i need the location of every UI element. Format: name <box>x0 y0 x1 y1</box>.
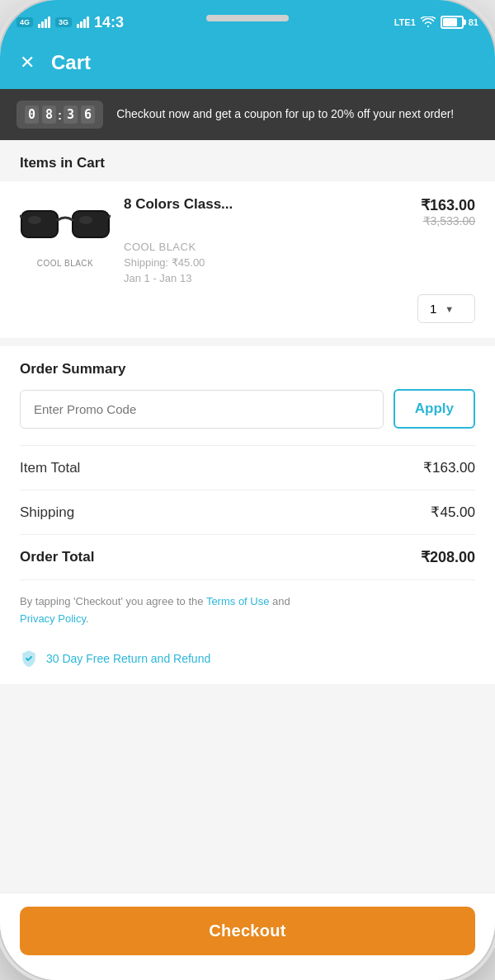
terms-and: and <box>269 595 290 607</box>
cart-section-label: Items in Cart <box>0 140 495 181</box>
status-bar: 4G 3G 14:3 LTE1 <box>0 0 495 41</box>
return-policy-row: 30 Day Free Return and Refund <box>0 641 495 684</box>
price-original: ₹3,533.00 <box>423 214 476 227</box>
order-total-row: Order Total ₹208.00 <box>0 535 495 579</box>
timer-hour: 0 <box>25 106 39 124</box>
timer-min-1: 8 <box>42 106 56 124</box>
battery-pct: 81 <box>469 17 478 27</box>
price-row: ₹163.00 ₹3,533.00 <box>421 196 475 227</box>
timer-min-2: 3 <box>64 106 78 124</box>
svg-point-4 <box>28 216 41 224</box>
svg-point-5 <box>79 216 92 224</box>
cart-item: COOL BLACK 8 Colors Class... ₹163.00 ₹3,… <box>0 181 495 338</box>
main-content: Items in Cart <box>0 140 495 893</box>
signal-bars-4g <box>38 16 50 28</box>
status-left: 4G 3G 14:3 <box>16 14 124 31</box>
page-title: Cart <box>51 51 91 74</box>
shield-icon <box>20 649 38 668</box>
signal-bars-3g <box>77 16 89 28</box>
terms-prefix: By tapping 'Checkout' you agree to the <box>20 595 206 607</box>
status-right: LTE1 81 <box>394 16 478 29</box>
product-info: 8 Colors Class... ₹163.00 ₹3,533.00 COOL… <box>124 196 475 323</box>
promo-banner: 0 8 : 3 6 Checkout now and get a coupon … <box>0 89 495 140</box>
lte-label: LTE1 <box>394 17 416 27</box>
product-color-label: COOL BLACK <box>37 259 94 268</box>
timer-sec: 6 <box>81 106 95 124</box>
quantity-selector: 1 ▼ <box>124 294 475 323</box>
promo-code-row: Apply <box>0 389 495 445</box>
shipping-row: Shipping ₹45.00 <box>0 490 495 534</box>
product-image <box>20 196 111 254</box>
product-image-container: COOL BLACK <box>20 196 111 268</box>
spacer <box>0 684 495 893</box>
wifi-icon <box>421 16 436 28</box>
product-variant: COOL BLACK <box>124 241 475 253</box>
signal-bar-3 <box>83 19 86 28</box>
item-total-row: Item Total ₹163.00 <box>0 446 495 490</box>
item-total-label: Item Total <box>20 460 80 476</box>
svg-rect-1 <box>73 211 109 237</box>
terms-of-use-link[interactable]: Terms of Use <box>206 595 270 607</box>
dropdown-arrow-icon: ▼ <box>445 304 454 314</box>
shipping-label: Shipping <box>20 504 74 521</box>
battery-icon <box>441 16 464 29</box>
terms-section: By tapping 'Checkout' you agree to the T… <box>0 580 495 641</box>
privacy-policy-link[interactable]: Privacy Policy <box>20 612 86 625</box>
app-header: ✕ Cart <box>0 41 495 89</box>
promo-message: Checkout now and get a coupon for up to … <box>116 106 478 123</box>
shipping-value: ₹45.00 <box>431 504 475 521</box>
product-shipping: Shipping: ₹45.00 <box>124 256 475 269</box>
signal-bar-2 <box>80 21 82 28</box>
sunglasses-image <box>20 199 111 252</box>
terms-period: . <box>86 612 89 625</box>
phone-frame: 4G 3G 14:3 LTE1 <box>0 0 495 980</box>
apply-button[interactable]: Apply <box>394 389 475 429</box>
signal-bar-4 <box>48 16 50 28</box>
signal-bar-4 <box>87 16 89 28</box>
item-total-value: ₹163.00 <box>423 459 475 476</box>
checkout-bar: Checkout <box>0 893 495 980</box>
signal-bar-2 <box>41 21 44 28</box>
timer-sep-2: : <box>58 108 62 122</box>
battery-fill <box>443 18 458 26</box>
return-policy-text: 30 Day Free Return and Refund <box>46 652 210 665</box>
svg-rect-0 <box>21 211 58 237</box>
product-delivery: Jan 1 - Jan 13 <box>124 272 475 284</box>
signal-bar-1 <box>38 24 40 28</box>
signal-bar-3 <box>45 19 47 28</box>
close-button[interactable]: ✕ <box>20 54 35 72</box>
price-current: ₹163.00 <box>421 196 475 214</box>
order-summary-label: Order Summary <box>0 346 495 389</box>
quantity-dropdown[interactable]: 1 ▼ <box>417 294 475 323</box>
checkout-button[interactable]: Checkout <box>20 907 475 955</box>
quantity-value: 1 <box>430 302 436 316</box>
network-3g-badge: 3G <box>55 17 72 27</box>
countdown-timer: 0 8 : 3 6 <box>16 101 103 129</box>
order-total-label: Order Total <box>20 549 94 565</box>
order-summary-section: Order Summary Apply Item Total ₹163.00 S… <box>0 346 495 684</box>
time-display: 14:3 <box>94 14 124 31</box>
signal-bar-1 <box>77 24 79 28</box>
network-4g-badge: 4G <box>16 17 33 27</box>
product-name: 8 Colors Class... <box>124 196 233 213</box>
promo-code-input[interactable] <box>20 390 384 429</box>
order-total-value: ₹208.00 <box>421 548 475 566</box>
